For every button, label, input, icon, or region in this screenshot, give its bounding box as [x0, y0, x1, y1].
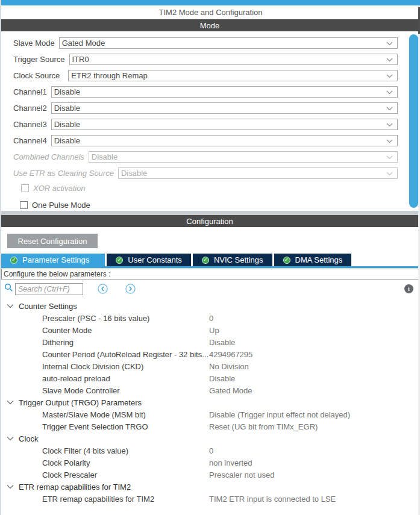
mode-panel: Slave Mode Gated Mode Trigger Source ITR…	[1, 31, 420, 211]
mode-row: Combined Channels Disable	[13, 151, 398, 163]
mode-row: Slave Mode Gated Mode	[13, 37, 398, 49]
search-icon	[4, 283, 13, 295]
tree-group-counter-settings[interactable]: Counter Settings	[1, 300, 420, 312]
tree-group-etr-remap[interactable]: ETR remap capabilities for TIM2	[1, 481, 420, 493]
tree-param-row[interactable]: auto-reload preload Disable	[1, 372, 420, 384]
tree-param-row[interactable]: Clock Polarity non inverted	[1, 457, 420, 469]
chevron-down-icon[interactable]	[7, 304, 14, 308]
tree-param-row[interactable]: Clock Filter (4 bits value) 0	[1, 445, 420, 457]
channel4-label: Channel4	[13, 136, 47, 145]
tree-group-trigger-output[interactable]: Trigger Output (TRGO) Parameters	[1, 396, 420, 408]
chevron-down-icon	[386, 104, 393, 113]
xor-activation-label: XOR activation	[33, 184, 86, 193]
mode-row: Use ETR as Clearing Source Disable	[13, 167, 398, 179]
configure-parameters-label: Configure the below parameters :	[1, 269, 419, 279]
etr-clearing-source-label: Use ETR as Clearing Source	[13, 169, 114, 178]
mode-section-header: Mode	[1, 19, 418, 31]
one-pulse-mode-checkbox[interactable]	[20, 201, 28, 209]
channel3-label: Channel3	[13, 120, 47, 129]
tab-nvic-settings[interactable]: ✓ NVIC Settings	[193, 254, 272, 266]
tim2-config-panel: TIM2 Mode and Configuration Mode Slave M…	[0, 0, 420, 515]
tree-param-row[interactable]: Counter Period (AutoReload Register - 32…	[1, 348, 420, 360]
chevron-down-icon	[386, 71, 393, 80]
slave-mode-label: Slave Mode	[13, 39, 55, 48]
chevron-down-icon	[386, 169, 393, 178]
chevron-down-icon	[386, 136, 393, 145]
check-circle-icon: ✓	[202, 257, 209, 264]
etr-clearing-source-select: Disable	[118, 167, 398, 179]
channel1-select[interactable]: Disable	[51, 86, 398, 98]
reset-configuration-button[interactable]: Reset Configuration	[7, 234, 98, 248]
trigger-source-select[interactable]: ITR0	[69, 54, 398, 65]
clock-source-label: Clock Source	[13, 71, 60, 80]
chevron-down-icon[interactable]	[7, 400, 14, 405]
one-pulse-mode-checkbox-row[interactable]: One Pulse Mode	[20, 201, 420, 209]
tab-parameter-settings[interactable]: ✓ Parameter Settings	[1, 254, 105, 266]
xor-activation-checkbox-row: XOR activation	[21, 184, 420, 192]
chevron-down-icon	[386, 39, 393, 48]
search-row: i	[1, 279, 420, 298]
mode-row: Channel1 Disable	[13, 86, 398, 98]
mode-row: Channel4 Disable	[13, 135, 398, 146]
channel4-select[interactable]: Disable	[51, 135, 398, 146]
parameters-tree: Counter Settings Prescaler (PSC - 16 bit…	[1, 298, 420, 505]
tree-param-row[interactable]: Dithering Disable	[1, 336, 420, 348]
previous-result-button[interactable]	[98, 284, 108, 294]
configuration-section-header: Configuration	[1, 215, 418, 227]
check-circle-icon: ✓	[116, 257, 123, 264]
channel3-select[interactable]: Disable	[51, 119, 398, 130]
tree-param-row[interactable]: Clock Prescaler Prescaler not used	[1, 469, 420, 481]
top-accent-bar	[1, 0, 420, 5]
tab-underline	[1, 266, 420, 268]
mode-row: Clock Source ETR2 through Remap	[13, 70, 398, 81]
trigger-source-label: Trigger Source	[13, 55, 65, 64]
info-icon[interactable]: i	[404, 284, 413, 293]
page-title: TIM2 Mode and Configuration	[1, 5, 420, 19]
horizontal-scrollbar-track[interactable]	[1, 211, 420, 215]
one-pulse-mode-label: One Pulse Mode	[32, 201, 90, 210]
mode-row: Channel3 Disable	[13, 119, 398, 130]
chevron-down-icon	[386, 55, 393, 64]
check-circle-icon: ✓	[283, 257, 290, 264]
combined-channels-select: Disable	[89, 151, 398, 163]
channel2-label: Channel2	[13, 104, 47, 113]
mode-row: Trigger Source ITR0	[13, 54, 398, 65]
config-tabs: ✓ Parameter Settings ✓ User Constants ✓ …	[1, 254, 420, 266]
slave-mode-select[interactable]: Gated Mode	[59, 37, 398, 49]
chevron-down-icon	[386, 152, 393, 161]
channel1-label: Channel1	[13, 87, 47, 96]
next-result-button[interactable]	[125, 284, 136, 294]
tree-param-row[interactable]: Trigger Event Selection TRGO Reset (UG b…	[1, 420, 420, 432]
tree-param-row[interactable]: Prescaler (PSC - 16 bits value) 0	[1, 312, 420, 324]
tree-param-row[interactable]: Slave Mode Controller Gated Mode	[1, 384, 420, 396]
chevron-down-icon[interactable]	[7, 484, 14, 489]
mode-row: Channel2 Disable	[13, 102, 398, 114]
xor-activation-checkbox	[21, 184, 29, 192]
channel2-select[interactable]: Disable	[51, 102, 398, 114]
chevron-down-icon[interactable]	[7, 436, 14, 441]
tree-param-row[interactable]: ETR remap capabilities for TIM2 TIM2 ETR…	[1, 493, 420, 505]
tab-dma-settings[interactable]: ✓ DMA Settings	[274, 254, 352, 266]
clock-source-select[interactable]: ETR2 through Remap	[68, 70, 398, 81]
chevron-down-icon	[386, 87, 393, 96]
tree-param-row[interactable]: Counter Mode Up	[1, 324, 420, 336]
search-input[interactable]	[15, 283, 83, 295]
tree-group-clock[interactable]: Clock	[1, 432, 420, 445]
tree-param-row[interactable]: Master/Slave Mode (MSM bit) Disable (Tri…	[1, 408, 420, 420]
tab-user-constants[interactable]: ✓ User Constants	[107, 254, 191, 266]
check-circle-icon: ✓	[10, 257, 17, 264]
chevron-down-icon	[386, 120, 393, 129]
tree-param-row[interactable]: Internal Clock Division (CKD) No Divisio…	[1, 360, 420, 372]
mode-scrollbar-thumb[interactable]	[409, 34, 418, 208]
combined-channels-label: Combined Channels	[13, 152, 84, 161]
